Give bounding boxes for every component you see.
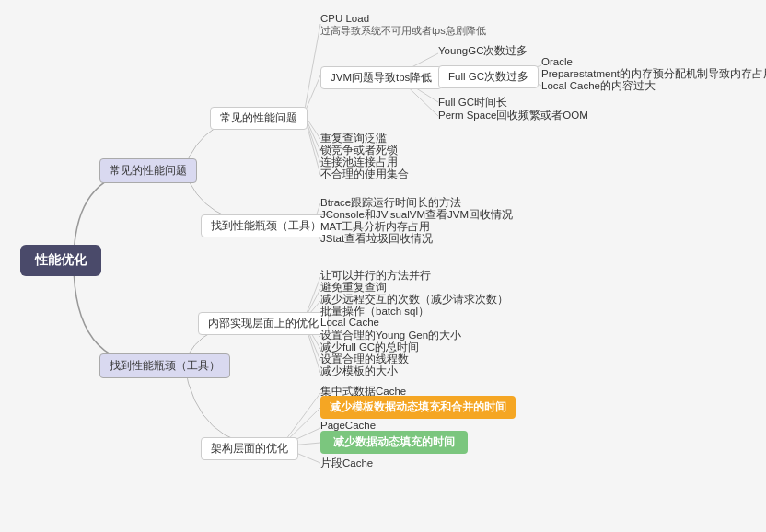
leaf-full-gc-many: Full GC次数过多 bbox=[438, 65, 539, 88]
fragment-cache-label: 片段Cache bbox=[320, 457, 373, 468]
thread-count-label: 设置合理的线程数 bbox=[320, 353, 409, 364]
reduce-remote-label: 减少远程交互的次数（减少请求次数） bbox=[320, 294, 508, 305]
leaf-page-cache: PageCache bbox=[320, 420, 376, 431]
jstat-label: JStat查看垃圾回收情况 bbox=[320, 233, 433, 244]
leaf-young-gc: YoungGC次数过多 bbox=[438, 44, 528, 58]
leaf-fragment-cache: 片段Cache bbox=[320, 457, 373, 470]
lock-dead-label: 锁竞争或者死锁 bbox=[320, 145, 398, 156]
parallel-label: 让可以并行的方法并行 bbox=[320, 270, 431, 281]
leaf-local-cache-big: Local Cache的内容过大 bbox=[541, 79, 656, 93]
full-gc-long-label: Full GC时间长 bbox=[438, 97, 507, 108]
oracle-prepare-label: Oracle bbox=[541, 56, 573, 67]
conn-abuse-label: 连接池连接占用 bbox=[320, 156, 398, 168]
mind-map: 性能优化 常见的性能问题 找到性能瓶颈（工具） 常见的性能问题 找到性能瓶颈（工… bbox=[0, 0, 766, 532]
l1-perf-analysis-label: 常见的性能问题 bbox=[99, 158, 197, 183]
repeat-query-label: 重复查询泛滥 bbox=[320, 133, 387, 144]
leaf-jvm-issue: JVM问题导致tps降低 bbox=[320, 66, 442, 89]
bad-collection-label: 不合理的使用集合 bbox=[320, 168, 409, 179]
l1-perf-solution-label: 找到性能瓶颈（工具） bbox=[99, 353, 230, 378]
perm-space-label: Perm Space回收频繁或者OOM bbox=[438, 110, 588, 121]
young-gen-label: 设置合理的Young Gen的大小 bbox=[320, 330, 461, 341]
leaf-reduce-template-fill: 减少模板数据动态填充和合并的时间 bbox=[320, 396, 516, 419]
leaf-cpu-load: CPU Load 过高导致系统不可用或者tps急剧降低 bbox=[320, 13, 486, 38]
l2-impl-opt: 内部实现层面上的优化 bbox=[198, 312, 329, 335]
full-gc-many-label: Full GC次数过多 bbox=[438, 65, 539, 88]
cpu-load-label: CPU Load bbox=[320, 13, 486, 24]
cpu-load-sublabel: 过高导致系统不可用或者tps急剧降低 bbox=[320, 24, 486, 38]
local-cache-big-label: Local Cache的内容过大 bbox=[541, 80, 656, 91]
page-cache-label: PageCache bbox=[320, 420, 376, 431]
svg-line-0 bbox=[304, 24, 320, 114]
reduce-data-fill-label: 减少数据动态填充的时间 bbox=[320, 431, 468, 454]
leaf-perm-space: Perm Space回收频繁或者OOM bbox=[438, 109, 588, 122]
leaf-full-gc-long: Full GC时间长 bbox=[438, 96, 507, 110]
jvm-issue-label: JVM问题导致tps降低 bbox=[320, 66, 442, 89]
btrace-label: Btrace跟踪运行时间长的方法 bbox=[320, 197, 461, 208]
avoid-repeat-label: 避免重复查询 bbox=[320, 282, 387, 293]
reduce-template-label: 减少模板的大小 bbox=[320, 365, 398, 376]
l1-perf-analysis: 常见的性能问题 bbox=[99, 158, 197, 183]
root-node: 性能优化 bbox=[20, 245, 101, 276]
leaf-oracle-prepare: Oracle Preparestatment的内存预分配机制导致内存占用过大 bbox=[541, 56, 766, 81]
jconsole-label: JConsole和JVisualVM查看JVM回收情况 bbox=[320, 209, 513, 220]
l1-perf-solution: 找到性能瓶颈（工具） bbox=[99, 353, 230, 378]
local-cache-label: Local Cache bbox=[320, 317, 379, 328]
oracle-prepare-sublabel: Preparestatment的内存预分配机制导致内存占用过大 bbox=[541, 68, 766, 79]
mat-label: MAT工具分析内存占用 bbox=[320, 221, 430, 232]
leaf-bad-collection: 不合理的使用集合 bbox=[320, 168, 409, 181]
l2-impl-opt-label: 内部实现层面上的优化 bbox=[198, 312, 329, 335]
l2-common-perf-label: 常见的性能问题 bbox=[210, 107, 308, 130]
l2-arch-opt-label: 架构层面的优化 bbox=[201, 437, 298, 460]
l2-common-perf: 常见的性能问题 bbox=[210, 107, 308, 130]
leaf-jstat: JStat查看垃圾回收情况 bbox=[320, 232, 433, 246]
l2-find-bottleneck-label: 找到性能瓶颈（工具） bbox=[201, 214, 331, 237]
young-gc-label: YoungGC次数过多 bbox=[438, 45, 528, 56]
leaf-reduce-data-fill: 减少数据动态填充的时间 bbox=[320, 431, 468, 454]
reduce-full-gc-label: 减少full GC的总时间 bbox=[320, 341, 419, 353]
leaf-reduce-template: 减少模板的大小 bbox=[320, 364, 398, 378]
l2-find-bottleneck: 找到性能瓶颈（工具） bbox=[201, 214, 331, 237]
reduce-template-fill-label: 减少模板数据动态填充和合并的时间 bbox=[320, 396, 516, 419]
l2-arch-opt: 架构层面的优化 bbox=[201, 437, 298, 460]
leaf-local-cache: Local Cache bbox=[320, 317, 379, 328]
root-label: 性能优化 bbox=[20, 245, 101, 276]
batch-sql-label: 批量操作（batch sql） bbox=[320, 306, 429, 317]
